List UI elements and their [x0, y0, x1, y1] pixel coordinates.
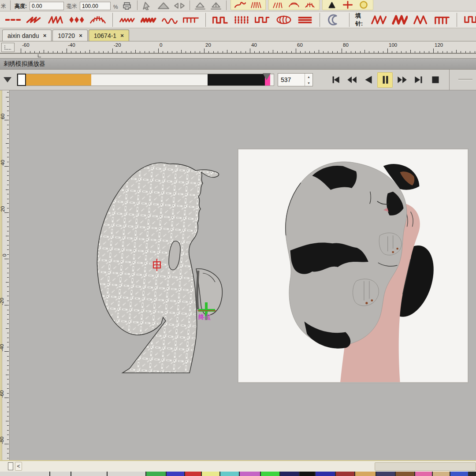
flip-arrows-icon[interactable] [173, 1, 186, 10]
scale-input[interactable] [80, 2, 111, 10]
play-reverse-button[interactable] [361, 72, 376, 88]
thread-color-swatch[interactable] [355, 472, 376, 476]
hruler-label: 80 [343, 42, 349, 48]
thread-color-swatch[interactable] [433, 472, 450, 476]
thread-color-swatch[interactable] [50, 472, 71, 476]
progress-completed-segment [26, 74, 91, 86]
tab-label: aixin dandu [7, 32, 39, 39]
red-arc-icon[interactable] [288, 0, 300, 9]
printer-icon[interactable] [121, 1, 133, 10]
design-canvas[interactable]: 6040200-20-40-60-80 [0, 90, 476, 460]
red-fringe-icon[interactable] [250, 0, 262, 9]
toolbar1-group-d [268, 0, 320, 10]
stitch-comb-vertical-icon[interactable] [434, 14, 450, 26]
thread-color-swatch[interactable] [240, 472, 260, 476]
stitch-square-wave-icon[interactable] [212, 14, 228, 26]
tab-close-icon[interactable]: × [79, 32, 82, 39]
tab-aixin-dandu[interactable]: aixin dandu× [2, 30, 52, 41]
stitch-wave-icon[interactable] [162, 14, 178, 26]
stitch-fan-icon[interactable] [90, 14, 106, 26]
cursor-position-mark [38, 54, 41, 57]
thread-color-swatch[interactable] [336, 472, 354, 476]
thread-color-swatch[interactable] [280, 472, 299, 476]
yellow-circle-icon[interactable] [357, 0, 370, 9]
tab-10674-1[interactable]: 10674-1× [89, 30, 129, 41]
percent-label: % [113, 4, 118, 10]
stitch-number-input[interactable] [278, 74, 305, 86]
thread-color-swatch[interactable] [71, 472, 107, 476]
stitch-dashes-icon[interactable] [5, 14, 21, 26]
spin-down-icon[interactable]: ▼ [305, 80, 312, 86]
moon-crescent-icon[interactable] [327, 14, 342, 26]
thread-color-swatch[interactable] [0, 472, 49, 476]
underline-triangle-2-icon[interactable] [210, 1, 222, 10]
stitch-coil-icon[interactable] [276, 14, 292, 26]
stitch-zigzag-dense-icon[interactable] [141, 14, 156, 26]
stitch-dot-columns-icon[interactable] [234, 14, 249, 26]
stitch-wm-icon[interactable] [371, 14, 387, 26]
fast-forward-button[interactable] [394, 72, 409, 88]
stitch-diamonds-icon[interactable] [69, 14, 85, 26]
scroll-left-button[interactable]: < [15, 462, 22, 471]
thread-color-swatch[interactable] [202, 472, 219, 476]
underline-triangle-icon[interactable] [194, 1, 206, 10]
spacer-strip [0, 54, 476, 58]
stitch-zigzag-small-icon[interactable] [119, 14, 135, 26]
stitch-zigzag-slant-icon[interactable] [26, 14, 42, 26]
hruler-label: 60 [297, 42, 303, 48]
divider [190, 0, 190, 10]
ruler-origin-button[interactable] [1, 43, 15, 52]
vruler-label: -60 [0, 390, 5, 398]
spin-up-icon[interactable]: ▲ [305, 74, 312, 80]
thread-color-swatch[interactable] [316, 472, 335, 476]
skip-end-button[interactable] [411, 72, 426, 88]
red-scribble-icon[interactable] [234, 0, 246, 9]
thread-color-swatch[interactable] [220, 472, 239, 476]
stop-button[interactable] [428, 72, 443, 88]
thread-color-swatch[interactable] [261, 472, 279, 476]
player-titlebar: 刺绣模拟播放器 [0, 58, 476, 70]
thread-color-swatch[interactable] [108, 472, 145, 476]
cursor-arrow-icon[interactable] [141, 1, 154, 10]
stitch-u-square-icon[interactable] [464, 14, 476, 26]
red-fringe-2-icon[interactable] [272, 0, 284, 9]
tab-10720[interactable]: 10720× [52, 30, 88, 41]
stitch-mm-icon[interactable] [413, 14, 429, 26]
black-triangle-icon[interactable] [326, 0, 338, 9]
stitch-u-pulse-icon[interactable] [255, 14, 271, 26]
skip-start-button[interactable] [327, 72, 342, 88]
stitch-progress-track[interactable] [17, 74, 274, 86]
vruler-label: 60 [0, 114, 6, 119]
thread-color-swatch[interactable] [146, 472, 166, 476]
progress-start-handle[interactable] [17, 74, 26, 86]
divider [349, 13, 350, 27]
divider [457, 13, 457, 27]
scrollbar-thumb[interactable] [375, 462, 476, 471]
height-input[interactable] [30, 2, 64, 10]
tab-close-icon[interactable]: × [43, 32, 47, 39]
hruler-label: 20 [205, 42, 211, 48]
thread-color-swatch[interactable] [185, 472, 201, 476]
thread-color-swatch[interactable] [396, 472, 414, 476]
spinner-buttons: ▲ ▼ [305, 74, 312, 86]
red-fringe-3-icon[interactable] [304, 0, 316, 9]
thread-color-swatch[interactable] [415, 472, 432, 476]
progress-position-marker[interactable] [263, 73, 271, 80]
speed-slider[interactable] [458, 79, 472, 81]
thread-color-swatch[interactable] [376, 472, 395, 476]
dropdown-triangle-icon[interactable] [2, 74, 13, 86]
thread-color-swatch[interactable] [450, 472, 468, 476]
gray-triangle-icon[interactable] [157, 1, 170, 10]
red-plus-icon[interactable] [342, 0, 354, 9]
tab-close-icon[interactable]: × [120, 32, 124, 39]
stitch-comb-top-icon[interactable] [183, 14, 199, 26]
rewind-button[interactable] [344, 72, 359, 88]
stitch-wm-bold-icon[interactable] [392, 14, 408, 26]
clipped-unit-label: 米 [0, 3, 6, 10]
pause-button[interactable] [377, 72, 393, 88]
thread-color-swatch[interactable] [300, 472, 315, 476]
stitch-group-3 [207, 14, 318, 26]
stitch-hatch-w-icon[interactable] [48, 14, 63, 26]
stitch-h-bars-icon[interactable] [297, 14, 313, 26]
thread-color-swatch[interactable] [167, 472, 184, 476]
